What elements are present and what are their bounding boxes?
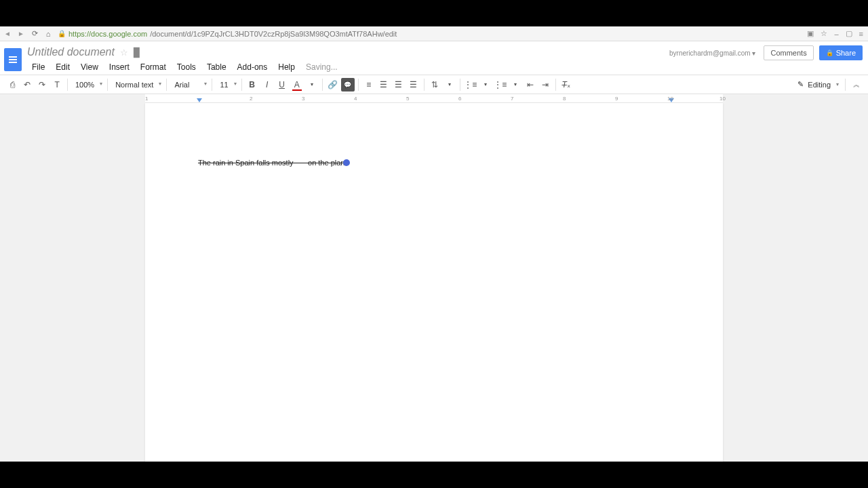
- underline-button[interactable]: U: [275, 78, 289, 92]
- menu-help[interactable]: Help: [273, 60, 300, 74]
- align-justify-icon[interactable]: ☰: [407, 78, 420, 92]
- numbered-list-icon[interactable]: ⋮≡: [464, 78, 477, 92]
- ruler-tick: 3: [302, 96, 304, 102]
- share-button[interactable]: 🔒Share: [819, 45, 863, 60]
- ruler-tick: 9: [615, 96, 618, 102]
- numbered-list-dropdown-icon[interactable]: ▾: [479, 78, 492, 92]
- back-arrow-icon[interactable]: ◄: [3, 30, 12, 38]
- line-spacing-icon[interactable]: ⇅: [428, 78, 441, 92]
- docs-logo-icon[interactable]: [4, 48, 22, 71]
- document-text[interactable]: The rain in Spain falls mostly on the pl…: [198, 159, 344, 167]
- zoom-select[interactable]: 100%: [71, 79, 104, 90]
- save-status: Saving...: [301, 60, 342, 74]
- document-page[interactable]: The rain in Spain falls mostly on the pl…: [145, 103, 723, 462]
- star-icon[interactable]: ☆: [120, 47, 128, 58]
- decrease-indent-icon[interactable]: ⇤: [524, 78, 537, 92]
- ruler-tick: 8: [563, 96, 566, 102]
- menu-insert[interactable]: Insert: [104, 60, 134, 74]
- undo-icon[interactable]: ↶: [20, 78, 34, 92]
- editing-mode-select[interactable]: ✎ Editing: [793, 78, 840, 91]
- collapse-toolbar-icon[interactable]: ︽: [850, 79, 863, 91]
- paint-format-icon[interactable]: Ꭲ: [50, 78, 64, 92]
- document-area: 1 2 3 4 5 6 7 8 9 10 10 The rain in Spai…: [0, 94, 868, 462]
- folder-icon[interactable]: ▉: [134, 47, 140, 58]
- forward-arrow-icon[interactable]: ►: [17, 30, 25, 38]
- line-spacing-dropdown-icon[interactable]: ▾: [443, 78, 456, 92]
- menu-file[interactable]: File: [27, 60, 50, 74]
- reload-icon[interactable]: ⟳: [31, 30, 39, 38]
- app-header: Untitled document ☆ ▉ File Edit View Ins…: [0, 41, 868, 75]
- print-icon[interactable]: ⎙: [5, 78, 19, 92]
- menu-tools[interactable]: Tools: [172, 60, 201, 74]
- ruler-tick: 10: [719, 96, 726, 102]
- lock-icon: 🔒: [58, 30, 66, 37]
- menu-addons[interactable]: Add-ons: [233, 60, 273, 74]
- ruler-tick: 2: [250, 96, 252, 102]
- bold-button[interactable]: B: [245, 78, 259, 92]
- increase-indent-icon[interactable]: ⇥: [538, 78, 552, 92]
- paragraph-style-select[interactable]: Normal text: [111, 79, 163, 90]
- bulleted-list-dropdown-icon[interactable]: ▾: [509, 78, 522, 92]
- align-right-icon[interactable]: ☰: [392, 78, 406, 92]
- redo-icon[interactable]: ↷: [35, 78, 49, 92]
- browser-toolbar: ◄ ► ⟳ ⌂ 🔒 https://docs.google.com/docume…: [0, 26, 868, 41]
- url-path: /document/d/1c9PZqJrCL3HDT0V2czRp8jSa9l3…: [150, 30, 397, 38]
- share-label: Share: [836, 49, 856, 57]
- menu-icon[interactable]: ≡: [858, 30, 865, 38]
- ruler-tick: 7: [511, 96, 513, 102]
- url-bar[interactable]: 🔒 https://docs.google.com/document/d/1c9…: [58, 30, 800, 38]
- color-dropdown-icon[interactable]: ▾: [305, 78, 319, 92]
- ruler-tick: 1: [145, 96, 148, 102]
- bookmark-star-icon[interactable]: ☆: [819, 29, 829, 38]
- maximize-icon[interactable]: ▢: [844, 29, 854, 38]
- text-color-button[interactable]: A: [290, 78, 304, 92]
- italic-button[interactable]: I: [260, 78, 274, 92]
- clear-formatting-icon[interactable]: Tₓ: [559, 78, 573, 92]
- insert-link-icon[interactable]: 🔗: [326, 78, 340, 92]
- align-left-icon[interactable]: ≡: [362, 78, 376, 92]
- insert-comment-icon[interactable]: 💬: [341, 78, 355, 92]
- menu-bar: File Edit View Insert Format Tools Table…: [27, 60, 669, 74]
- horizontal-ruler[interactable]: 1 2 3 4 5 6 7 8 9 10 10: [145, 94, 723, 103]
- formatting-toolbar: ⎙ ↶ ↷ Ꭲ 100% Normal text Arial 11 B I U …: [0, 75, 868, 94]
- voice-cursor-icon: [343, 159, 350, 166]
- reader-icon[interactable]: ▣: [806, 29, 815, 38]
- left-indent-marker[interactable]: [197, 98, 202, 102]
- home-icon[interactable]: ⌂: [44, 30, 52, 38]
- ruler-tick: 10: [667, 96, 673, 102]
- menu-table[interactable]: Table: [202, 60, 231, 74]
- editing-mode-label: Editing: [808, 81, 831, 89]
- ruler-tick: 6: [458, 96, 461, 102]
- menu-edit[interactable]: Edit: [51, 60, 75, 74]
- align-center-icon[interactable]: ☰: [377, 78, 391, 92]
- ruler-tick: 4: [354, 96, 357, 102]
- user-email[interactable]: byrnerichardm@gmail.com ▾: [669, 49, 755, 57]
- bulleted-list-icon[interactable]: ⋮≡: [494, 78, 507, 92]
- ruler-tick: 5: [406, 96, 409, 102]
- url-domain: https://docs.google.com: [68, 30, 147, 38]
- font-select[interactable]: Arial: [170, 79, 208, 90]
- pencil-icon: ✎: [797, 80, 804, 89]
- menu-format[interactable]: Format: [136, 60, 171, 74]
- document-title[interactable]: Untitled document: [27, 46, 115, 58]
- font-size-select[interactable]: 11: [216, 79, 237, 90]
- lock-icon: 🔒: [826, 49, 833, 56]
- minimize-icon[interactable]: –: [833, 30, 840, 38]
- comments-button[interactable]: Comments: [764, 45, 813, 60]
- menu-view[interactable]: View: [76, 60, 103, 74]
